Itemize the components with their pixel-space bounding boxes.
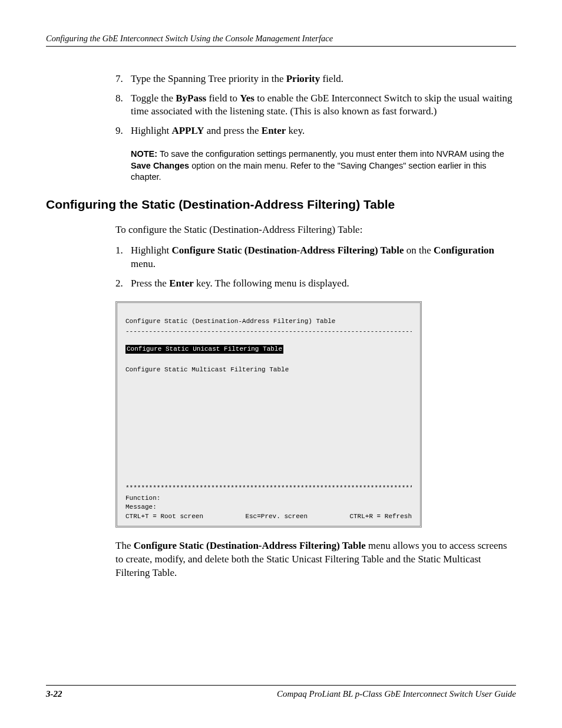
terminal-function-label: Function: — [125, 494, 412, 503]
text: field to — [206, 93, 240, 104]
terminal-menu-item-selected: Configure Static Unicast Filtering Table — [125, 345, 283, 354]
bold: Enter — [262, 125, 286, 136]
closing-paragraph: The Configure Static (Destination-Addres… — [115, 539, 516, 580]
main-content: 7. Type the Spanning Tree priority in th… — [46, 73, 516, 183]
bold: APPLY — [171, 125, 204, 136]
bold: ByPass — [176, 93, 206, 104]
text: Type the Spanning Tree priority in the — [131, 73, 286, 84]
note-bold: Save Changes — [131, 161, 189, 170]
step-2: 2. Press the Enter key. The following me… — [115, 277, 516, 291]
text: The — [115, 540, 134, 551]
step-text: Press the Enter key. The following menu … — [131, 277, 516, 291]
step-number: 2. — [115, 277, 131, 291]
section-content: To configure the Static (Destination-Add… — [46, 223, 516, 580]
step-9: 9. Highlight APPLY and press the Enter k… — [115, 124, 516, 138]
step-list-1: 7. Type the Spanning Tree priority in th… — [115, 73, 516, 139]
bold: Priority — [286, 73, 320, 84]
text: on the — [404, 245, 434, 256]
shortcut-mid: Esc=Prev. screen — [245, 512, 308, 521]
page-number: 3-22 — [46, 688, 62, 700]
document-title: Compaq ProLiant BL p-Class GbE Interconn… — [277, 688, 516, 700]
text: key. The following menu is displayed. — [194, 278, 349, 289]
bold: Configure Static (Destination-Address Fi… — [171, 245, 404, 256]
footer-rule — [46, 685, 516, 686]
section-heading: Configuring the Static (Destination-Addr… — [46, 196, 516, 213]
bold: Configuration — [434, 245, 494, 256]
terminal-shortcut-row: CTRL+T = Root screen Esc=Prev. screen CT… — [125, 512, 412, 521]
text: Highlight — [131, 125, 171, 136]
shortcut-right: CTRL+R = Refresh — [349, 512, 412, 521]
running-header: Configuring the GbE Interconnect Switch … — [46, 33, 516, 45]
terminal-divider: ----------------------------------------… — [125, 327, 412, 336]
step-text: Highlight Configure Static (Destination-… — [131, 244, 516, 271]
text: field. — [320, 73, 343, 84]
terminal-title: Configure Static (Destination-Address Fi… — [125, 317, 412, 326]
terminal-screenshot: Configure Static (Destination-Address Fi… — [115, 301, 422, 528]
shortcut-left: CTRL+T = Root screen — [125, 512, 203, 521]
header-rule — [46, 46, 516, 47]
text: Press the — [131, 278, 169, 289]
note-block: NOTE: To save the configuration settings… — [131, 149, 516, 183]
step-number: 8. — [115, 92, 131, 119]
step-1: 1. Highlight Configure Static (Destinati… — [115, 244, 516, 271]
bold: Enter — [169, 278, 194, 289]
step-number: 9. — [115, 124, 131, 138]
page-footer: 3-22 Compaq ProLiant BL p-Class GbE Inte… — [46, 685, 516, 700]
text: menu. — [131, 258, 156, 269]
terminal-stars: ****************************************… — [125, 484, 412, 493]
terminal-footer: ****************************************… — [125, 484, 412, 522]
text: Highlight — [131, 245, 171, 256]
step-text: Type the Spanning Tree priority in the P… — [131, 73, 516, 86]
step-number: 1. — [115, 244, 131, 271]
text: and press the — [204, 125, 262, 136]
terminal-menu-item: Configure Static Multicast Filtering Tab… — [125, 365, 412, 374]
intro-paragraph: To configure the Static (Destination-Add… — [115, 223, 516, 237]
terminal-message-label: Message: — [125, 503, 412, 512]
bold: Yes — [240, 93, 254, 104]
step-text: Toggle the ByPass field to Yes to enable… — [131, 92, 516, 119]
step-8: 8. Toggle the ByPass field to Yes to ena… — [115, 92, 516, 119]
step-7: 7. Type the Spanning Tree priority in th… — [115, 73, 516, 86]
text: key. — [286, 125, 305, 136]
step-number: 7. — [115, 73, 131, 86]
step-list-2: 1. Highlight Configure Static (Destinati… — [115, 244, 516, 291]
note-label: NOTE: — [131, 149, 157, 159]
text: Toggle the — [131, 93, 176, 104]
bold: Configure Static (Destination-Address Fi… — [134, 540, 366, 551]
note-text: To save the configuration settings perma… — [157, 149, 504, 159]
step-text: Highlight APPLY and press the Enter key. — [131, 124, 516, 138]
